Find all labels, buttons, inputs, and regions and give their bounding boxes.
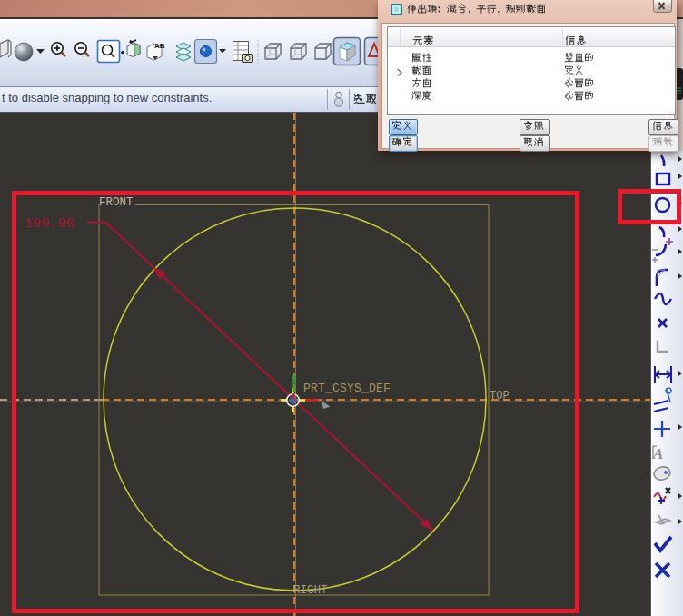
svg-text:A: A [652,445,663,462]
svg-text:AB: AB [154,42,165,50]
